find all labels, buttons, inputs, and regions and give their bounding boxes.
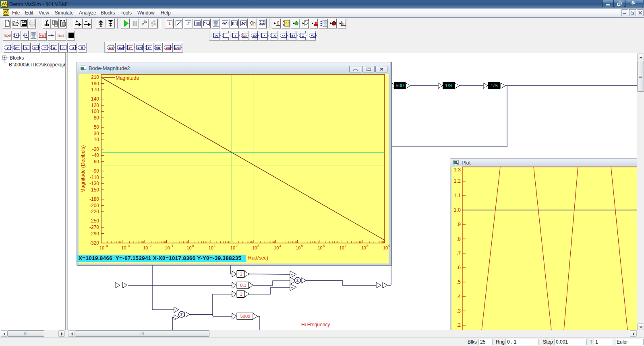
svg-text:.7: .7 (457, 250, 461, 256)
svg-text:.3: .3 (457, 308, 461, 314)
svg-text:1.2: 1.2 (454, 178, 461, 184)
svg-text:1.1: 1.1 (454, 193, 461, 198)
svg-text:.9: .9 (457, 222, 461, 227)
svg-text:.4: .4 (457, 294, 461, 299)
svg-text:.8: .8 (457, 236, 461, 242)
svg-text:.2: .2 (457, 322, 461, 328)
svg-text:1.0: 1.0 (454, 207, 461, 213)
svg-text:1.3: 1.3 (454, 167, 461, 173)
svg-text:.5: .5 (457, 279, 461, 285)
svg-text:.6: .6 (457, 265, 461, 270)
